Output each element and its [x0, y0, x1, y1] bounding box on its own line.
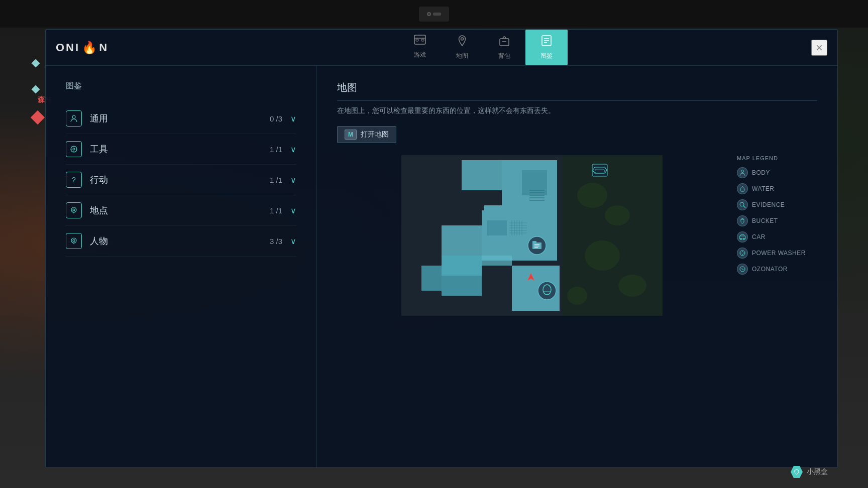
nav-tabs: 游戏 地图 背包: [139, 30, 827, 65]
svg-point-18: [71, 207, 76, 212]
logo: ONI 🔥 N: [56, 41, 108, 55]
indicator-diamond-red: [31, 110, 45, 125]
logo-text-right: N: [99, 41, 108, 54]
svg-point-26: [577, 183, 607, 208]
watermark: 小黑盒: [791, 466, 828, 478]
svg-point-21: [71, 238, 76, 243]
tab-library-label: 图鉴: [540, 52, 553, 60]
category-character-chevron: ∨: [290, 236, 296, 246]
svg-point-72: [740, 202, 744, 206]
svg-rect-56: [479, 203, 484, 210]
category-location-icon: [66, 202, 82, 218]
legend-ozonator: OZONATOR: [737, 264, 817, 275]
category-general-chevron: ∨: [290, 114, 296, 124]
svg-point-4: [461, 38, 463, 40]
category-tools-count: 1 /1: [270, 145, 282, 154]
tab-game[interactable]: 游戏: [399, 30, 441, 65]
main-panel: ONI 🔥 N 游戏: [45, 29, 838, 468]
category-character-label: 人物: [90, 235, 270, 247]
open-map-button[interactable]: M 打开地图: [337, 126, 396, 143]
left-indicators: [33, 60, 43, 123]
panel-body: 图鉴 通用 0 /3 ∨: [46, 66, 837, 467]
game-icon: [414, 35, 426, 49]
category-general[interactable]: 通用 0 /3 ∨: [66, 103, 296, 134]
legend-ozonator-icon: [737, 264, 748, 275]
tab-map[interactable]: 地图: [441, 30, 483, 65]
legend-body-label: BODY: [752, 169, 770, 176]
legend-bucket-icon: [737, 215, 748, 226]
watermark-text: 小黑盒: [807, 467, 828, 476]
tab-backpack-label: 背包: [498, 52, 510, 60]
legend-evidence: EVIDENCE: [737, 199, 817, 210]
library-icon: [541, 35, 552, 50]
map-view: [337, 155, 727, 316]
svg-point-30: [567, 287, 587, 305]
tab-map-label: 地图: [456, 52, 468, 60]
watermark-logo-icon: [791, 466, 803, 478]
map-svg: [337, 155, 727, 316]
svg-rect-68: [592, 164, 607, 176]
svg-rect-40: [487, 220, 507, 235]
sidebar-title: 图鉴: [66, 81, 296, 91]
content-description: 在地图上，您可以检查最重要的东西的位置，这样就不会有东西丢失。: [337, 105, 817, 116]
legend-power-washer: POWER WASHER: [737, 248, 817, 259]
legend-car-icon: [737, 231, 748, 242]
svg-line-73: [743, 206, 745, 208]
svg-rect-32: [522, 170, 547, 195]
legend-car: CAR: [737, 231, 817, 242]
category-general-count: 0 /3: [270, 114, 282, 123]
category-location[interactable]: 地点 1 /1 ∨: [66, 195, 296, 226]
category-tools[interactable]: 工具 1 /1 ∨: [66, 134, 296, 165]
tab-library[interactable]: 图鉴: [525, 30, 568, 65]
panel-header: ONI 🔥 N 游戏: [46, 30, 837, 66]
svg-point-22: [73, 239, 75, 241]
category-location-label: 地点: [90, 204, 270, 216]
indicator-bar: [433, 13, 441, 16]
svg-point-13: [73, 148, 75, 150]
open-map-label: 打开地图: [361, 130, 389, 139]
svg-rect-3: [421, 39, 424, 41]
svg-rect-5: [500, 39, 509, 46]
category-character[interactable]: 人物 3 /3 ∨: [66, 226, 296, 257]
legend-title: MAP LEGEND: [737, 155, 817, 161]
legend-car-label: CAR: [752, 233, 766, 240]
legend-bucket-label: BUCKET: [752, 217, 778, 224]
legend-evidence-label: EVIDENCE: [752, 201, 785, 208]
svg-point-29: [618, 275, 646, 297]
svg-rect-52: [442, 256, 482, 296]
svg-point-27: [605, 205, 630, 225]
tab-game-label: 游戏: [414, 51, 426, 59]
category-general-label: 通用: [90, 112, 270, 125]
legend-water-label: WATER: [752, 185, 775, 192]
indicator-diamond-1: [32, 59, 40, 68]
legend-bucket: BUCKET: [737, 215, 817, 226]
category-action-chevron: ∨: [290, 175, 296, 185]
category-tools-icon: [66, 141, 82, 157]
category-action-label: 行动: [90, 174, 270, 186]
category-action-icon: ?: [66, 172, 82, 188]
legend-water: WATER: [737, 183, 817, 194]
map-nav-icon: [457, 35, 468, 50]
svg-rect-55: [482, 256, 512, 266]
tab-backpack[interactable]: 背包: [483, 30, 525, 65]
legend-water-icon: [737, 183, 748, 194]
legend-power-washer-icon: [737, 248, 748, 259]
map-legend: MAP LEGEND BODY: [737, 155, 817, 280]
right-content: 地图 在地图上，您可以检查最重要的东西的位置，这样就不会有东西丢失。 M 打开地…: [317, 66, 837, 467]
camera-icon: [427, 12, 431, 16]
svg-rect-53: [421, 266, 442, 291]
legend-evidence-icon: [737, 199, 748, 210]
category-tools-label: 工具: [90, 143, 270, 155]
logo-text-left: ONI: [56, 41, 80, 54]
category-character-icon: [66, 233, 82, 249]
indicator-diamond-2: [32, 85, 40, 94]
svg-rect-2: [416, 39, 418, 41]
svg-rect-57: [557, 203, 562, 210]
category-location-count: 1 /1: [270, 206, 282, 215]
close-button[interactable]: ×: [811, 40, 827, 56]
svg-rect-38: [462, 160, 502, 190]
map-key-badge: M: [345, 130, 357, 140]
category-action[interactable]: ? 行动 1 /1 ∨: [66, 165, 296, 195]
map-container: MAP LEGEND BODY: [337, 155, 817, 316]
legend-body-icon: [737, 167, 748, 178]
